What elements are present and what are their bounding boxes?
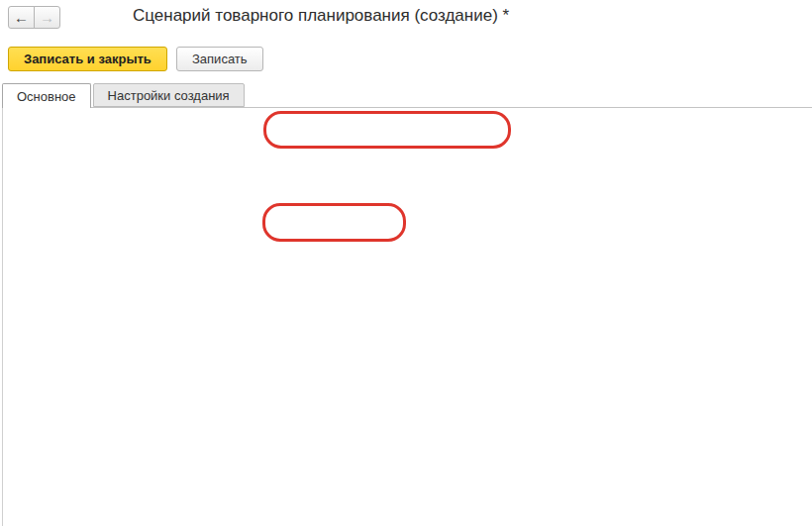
- back-button[interactable]: ←: [8, 6, 35, 29]
- forward-button[interactable]: →: [34, 6, 60, 29]
- forward-arrow-icon: →: [40, 9, 54, 26]
- back-arrow-icon: ←: [14, 9, 29, 26]
- form-panel: [2, 107, 812, 526]
- save-and-close-button[interactable]: Записать и закрыть: [8, 47, 167, 71]
- tab-main[interactable]: Основное: [2, 83, 91, 108]
- tab-creation-settings[interactable]: Настройки создания: [93, 83, 245, 107]
- tab-bar: Основное Настройки создания: [2, 83, 247, 108]
- nav-buttons: ← →: [8, 6, 60, 29]
- page-title: Сценарий товарного планирования (создани…: [133, 6, 509, 26]
- scenario-form-window: ← → Сценарий товарного планирования (соз…: [0, 0, 812, 526]
- save-button[interactable]: Записать: [176, 47, 263, 71]
